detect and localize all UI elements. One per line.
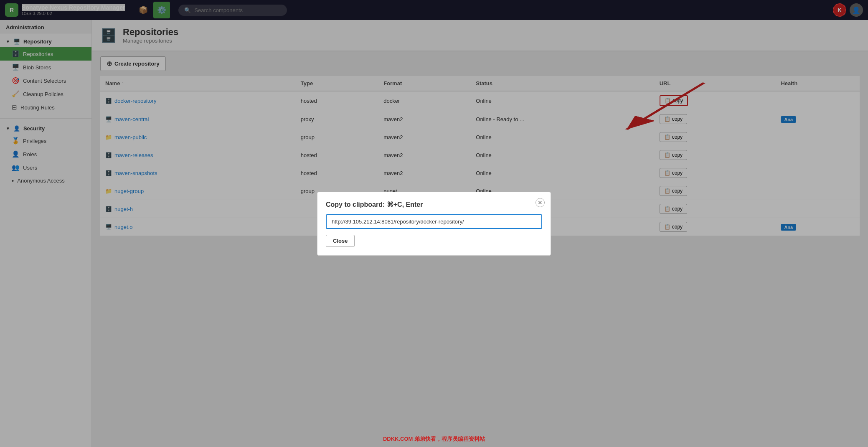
- modal-backdrop[interactable]: Copy to clipboard: ⌘+C, Enter ✕ Close: [0, 0, 868, 447]
- modal-close-btn[interactable]: Close: [326, 235, 355, 247]
- modal-url-input[interactable]: [326, 214, 542, 229]
- copy-clipboard-modal: Copy to clipboard: ⌘+C, Enter ✕ Close: [317, 192, 551, 256]
- modal-title: Copy to clipboard: ⌘+C, Enter: [326, 201, 542, 208]
- modal-close-button[interactable]: ✕: [536, 198, 545, 207]
- modal-footer: Close: [326, 235, 542, 247]
